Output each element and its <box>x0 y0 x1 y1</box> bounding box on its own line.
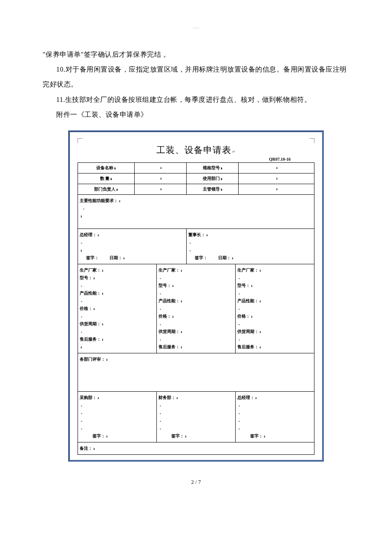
mark-icon: ₊ <box>81 283 83 288</box>
return-mark-icon: ↵ <box>232 150 236 154</box>
label-perf: 产品性能： <box>237 298 259 303</box>
mark-icon: ₊ <box>159 276 161 280</box>
mark-icon: ₃ <box>172 314 174 318</box>
form-table: 设备名称₃ ₃ 规格型号₃ ₃ 数 量₃ ₃ 使用部门₃ ₃ 部门负责人₃ ₃ … <box>78 162 314 264</box>
mark-icon: ₊ <box>238 291 240 295</box>
form-table-vendors: 生产厂家：₃ 型号：₃ ₊ 产品性能：₃ ₊ 价格：₃ ₊ 供货周期：₃ ₊ 售… <box>78 264 314 455</box>
mark-icon: ₃ <box>221 166 222 170</box>
label-sign: 签字： <box>171 434 184 438</box>
mark-icon: ₊ <box>81 299 83 303</box>
label-mfr: 生产厂家： <box>80 268 101 272</box>
mark-icon: ₃ <box>255 396 257 400</box>
table-row: 采购部：₃ ₊ ₊ ₊ ₊ 签字：₃ 财务部：₃ ₊ ₊ ₊ ₊ 签字：₃ 总经… <box>78 391 314 442</box>
label-lead: 供货周期： <box>237 329 259 334</box>
label-device-name: 设备名称 <box>96 165 113 170</box>
mark-icon: ₃ <box>93 276 95 280</box>
mark-icon: ₃ <box>93 446 95 451</box>
header-link: - - - <box>43 26 349 30</box>
mark-icon: ₃ <box>181 268 182 272</box>
corner-top-left <box>78 138 83 143</box>
label-gm-approve: 总经理： <box>80 232 97 237</box>
form-title-text: 工装、设备申请表 <box>156 145 231 155</box>
mark-icon: ₊ <box>238 419 240 423</box>
mark-icon: ₊ <box>238 426 240 431</box>
mark-icon: ₊ <box>238 411 240 415</box>
label-model: 型号： <box>159 283 171 288</box>
mark-icon: ₃ <box>251 314 253 318</box>
mark-icon: ₊ <box>159 403 161 408</box>
label-sign: 签字： <box>195 255 208 260</box>
table-row: 备注：₃ <box>78 442 314 454</box>
mark-icon: ₊ <box>238 306 240 311</box>
mark-icon: ₊ <box>159 291 161 295</box>
mark-icon: ₃ <box>259 299 261 303</box>
label-mfr: 生产厂家： <box>159 268 180 272</box>
label-supervisor: 主管领导 <box>203 187 220 191</box>
mark-icon: ₃ <box>185 434 187 438</box>
mark-icon: ₃ <box>102 268 104 272</box>
table-row: 生产厂家：₃ 型号：₃ ₊ 产品性能：₃ ₊ 价格：₃ ₊ 供货周期：₃ ₊ 售… <box>78 264 314 353</box>
mark-icon: ₃ <box>123 256 125 260</box>
mark-icon: ₃ <box>81 214 82 218</box>
mark-icon: ₊ <box>159 322 161 326</box>
mark-icon: ₊ <box>238 337 240 341</box>
label-remark: 备注： <box>80 446 92 451</box>
corner-top-right <box>309 138 314 143</box>
mark-icon: ₊ <box>159 337 161 341</box>
table-row: 数 量₃ ₃ 使用部门₃ ₃ <box>78 173 314 184</box>
label-purchase: 采购部： <box>80 395 97 400</box>
mark-icon: ₊ <box>189 248 191 252</box>
mark-icon: ₃ <box>259 330 261 334</box>
mark-icon: ₊ <box>81 419 83 423</box>
label-sign: 签字： <box>250 434 263 438</box>
form-title: 工装、设备申请表↵ <box>78 144 314 156</box>
mark-icon: ₃ <box>93 306 95 311</box>
mark-icon: ₃ <box>251 283 253 288</box>
mark-icon: ₃ <box>114 166 116 170</box>
mark-icon: ₊ <box>159 419 161 423</box>
label-lead: 供货周期： <box>80 321 101 326</box>
para-3: 11.生技部对全厂的设备按班组建立台帐，每季度进行盘点、核对，做到帐物相符。 <box>43 92 349 107</box>
form-code: QR07.10-16 <box>78 157 314 162</box>
label-perf: 产品性能： <box>159 298 180 303</box>
mark-icon: ₃ <box>276 187 278 191</box>
para-1: "保养申请单"签字确认后才算保养完结 。 <box>43 47 349 62</box>
mark-icon: ₃ <box>276 165 278 170</box>
mark-icon: ₊ <box>159 306 161 311</box>
form-container: 工装、设备申请表↵ QR07.10-16 设备名称₃ ₃ 规格型号₃ ₃ 数 量… <box>68 130 324 462</box>
mark-icon: ₊ <box>83 206 85 211</box>
label-spec: 规格型号 <box>203 165 220 170</box>
mark-icon: ₃ <box>81 248 82 252</box>
table-row: 主要性能功能要求：₃ ₊ ₃ <box>78 194 314 228</box>
label-date: 日期： <box>110 255 122 260</box>
label-model: 型号： <box>237 283 250 288</box>
mark-icon: ₃ <box>181 299 182 303</box>
mark-icon: ₊ <box>81 426 83 431</box>
label-model: 型号： <box>80 275 92 280</box>
mark-icon: ₊ <box>81 330 83 334</box>
mark-icon: ₊ <box>238 403 240 408</box>
label-date: 日期： <box>218 255 231 260</box>
mark-icon: ₃ <box>102 322 104 326</box>
mark-icon: ₃ <box>106 434 108 438</box>
table-row: 各部门评审：₃ <box>78 353 314 391</box>
mark-icon: ₃ <box>116 187 118 191</box>
mark-icon: ₃ <box>98 396 99 400</box>
label-finance: 财务部： <box>159 395 176 400</box>
mark-icon: ₃ <box>181 345 182 349</box>
label-svc: 售后服务： <box>237 344 259 349</box>
mark-icon: ₊ <box>81 240 83 245</box>
mark-icon: ₃ <box>110 176 112 181</box>
mark-icon: ₃ <box>81 345 82 349</box>
label-price: 价格： <box>159 314 171 318</box>
mark-icon: ₃ <box>181 330 182 334</box>
label-owner: 部门负责人 <box>94 187 115 191</box>
label-svc: 售后服务： <box>80 337 101 341</box>
label-mfr: 生产厂家： <box>237 268 259 272</box>
label-sign: 签字： <box>92 434 105 438</box>
table-row: 设备名称₃ ₃ 规格型号₃ ₃ <box>78 162 314 173</box>
para-4: 附件一《工装、设备申请单》 <box>43 107 349 122</box>
mark-icon: ₃ <box>221 176 222 181</box>
label-review: 各部门评审： <box>80 357 105 361</box>
mark-icon: ₃ <box>102 291 104 295</box>
